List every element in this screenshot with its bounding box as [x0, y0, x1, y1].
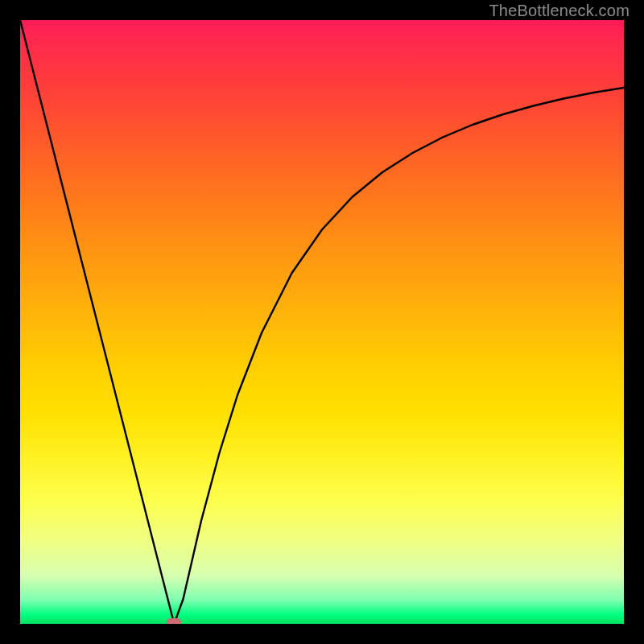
- plot-area: [20, 20, 624, 624]
- watermark-text: TheBottleneck.com: [489, 2, 630, 20]
- curve-svg: [20, 20, 624, 624]
- bottleneck-curve: [20, 20, 624, 624]
- minimum-marker: [167, 618, 181, 624]
- chart-container: TheBottleneck.com: [0, 0, 644, 644]
